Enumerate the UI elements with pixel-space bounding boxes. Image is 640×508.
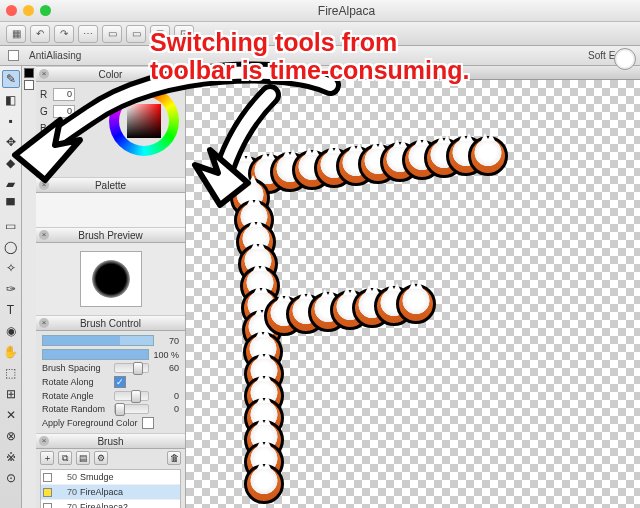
apply-fg-checkbox[interactable] (142, 417, 154, 429)
fill-tool[interactable]: ◆ (2, 154, 20, 172)
snap-tool[interactable]: ✕ (2, 406, 20, 424)
color-panel-title: Color (99, 69, 123, 80)
color-panel-header: × Color (36, 66, 185, 82)
brush-control-panel: 70 100 % Brush Spacing 60 Rotate Along R… (36, 331, 185, 433)
brush-panel: ＋ ⧉ ▤ ⚙ 🗑 50 Smudge 70 FireAlpaca (36, 449, 185, 508)
background-swatch[interactable] (24, 80, 34, 90)
brush-preview-box (80, 251, 142, 307)
dot-tool[interactable]: ▪ (2, 112, 20, 130)
rotate-along-checkbox[interactable] (114, 376, 126, 388)
brush-tool-3[interactable]: ▤ (76, 451, 90, 465)
eyedropper-tool[interactable]: ◉ (2, 322, 20, 340)
palette-panel-title: Palette (95, 180, 126, 191)
brush-row-size: 50 (55, 472, 77, 482)
close-icon[interactable]: × (39, 318, 49, 328)
toolbar-btn-4[interactable]: ⋯ (78, 25, 98, 43)
preview-panel-title: Brush Preview (78, 230, 142, 241)
brush-control-header: × Brush Control (36, 315, 185, 331)
brush-tool[interactable]: ✎ (2, 70, 20, 88)
b-input[interactable]: 0 (53, 122, 75, 135)
palette-panel-header: × Palette (36, 177, 185, 193)
toolbar-btn-5[interactable]: ▭ (102, 25, 122, 43)
app-title: FireAlpaca (59, 4, 634, 18)
new-file-button[interactable]: ▦ (6, 25, 26, 43)
close-icon[interactable]: × (39, 69, 49, 79)
brush-row[interactable]: 70 FireAlpaca2 (41, 500, 180, 508)
close-window-button[interactable] (6, 5, 17, 16)
text-tool[interactable]: T (2, 301, 20, 319)
brush-size-bar[interactable] (42, 335, 154, 346)
eraser-tool[interactable]: ◧ (2, 91, 20, 109)
rotate-angle-value: 0 (153, 391, 179, 401)
brush-row-size: 70 (55, 502, 77, 508)
minimize-window-button[interactable] (23, 5, 34, 16)
close-icon[interactable]: × (39, 180, 49, 190)
brush-panel-header: × Brush (36, 433, 185, 449)
antialias-label: AntiAliasing (29, 50, 81, 61)
brush-color-swatch (43, 473, 52, 482)
object-tool[interactable]: ⬚ (2, 364, 20, 382)
r-label: R (40, 89, 50, 100)
divide-tool[interactable]: ⊞ (2, 385, 20, 403)
lasso-tool[interactable]: ◯ (2, 238, 20, 256)
palette-panel[interactable] (36, 193, 185, 227)
apply-fg-label: Apply Foreground Color (42, 418, 138, 428)
pen-tool[interactable]: ✑ (2, 280, 20, 298)
brush-spacing-slider[interactable] (114, 363, 149, 373)
gradient-tool[interactable]: ▀ (2, 196, 20, 214)
snap2-tool[interactable]: ⊗ (2, 427, 20, 445)
rotate-angle-slider[interactable] (114, 391, 149, 401)
g-input[interactable]: 0 (53, 105, 75, 118)
brush-preview-dot (92, 260, 130, 298)
delete-brush-button[interactable]: 🗑 (167, 451, 181, 465)
foreground-swatch[interactable] (24, 68, 34, 78)
brush-panel-tools: ＋ ⧉ ▤ ⚙ 🗑 (36, 449, 185, 467)
close-icon[interactable]: × (39, 230, 49, 240)
brush-panel-title: Brush (97, 436, 123, 447)
rotate-random-slider[interactable] (114, 404, 149, 414)
toolbar-btn-7[interactable]: ⊞ (150, 25, 170, 43)
zoom-window-button[interactable] (40, 5, 51, 16)
brush-spacing-label: Brush Spacing (42, 363, 110, 373)
g-label: G (40, 106, 50, 117)
panels-column: × Color R0 G0 B0 × Palette × Brush Previ… (36, 66, 186, 508)
close-icon[interactable]: × (39, 436, 49, 446)
brush-row-size: 70 (55, 487, 77, 497)
color-square[interactable] (127, 104, 161, 138)
snap4-tool[interactable]: ⊙ (2, 469, 20, 487)
rotate-along-label: Rotate Along (42, 377, 110, 387)
antialias-checkbox[interactable] (8, 50, 19, 61)
canvas-area[interactable] (186, 66, 640, 508)
main-toolbar: ▦ ↶ ↷ ⋯ ▭ ▭ ⊞ ⊡ (0, 22, 640, 46)
redo-button[interactable]: ↷ (54, 25, 74, 43)
brush-spacing-value: 60 (153, 363, 179, 373)
r-input[interactable]: 0 (53, 88, 75, 101)
tool-options-bar: AntiAliasing Soft Edge (0, 46, 640, 66)
toolbar-btn-8[interactable]: ⊡ (174, 25, 194, 43)
brush-tool-4[interactable]: ⚙ (94, 451, 108, 465)
add-brush-button[interactable]: ＋ (40, 451, 54, 465)
b-label: B (40, 123, 50, 134)
swatch-column (22, 66, 36, 508)
toolbar-btn-6[interactable]: ▭ (126, 25, 146, 43)
brush-row[interactable]: 70 FireAlpaca (41, 485, 180, 500)
preview-panel-header: × Brush Preview (36, 227, 185, 243)
move-tool[interactable]: ✥ (2, 133, 20, 151)
dup-brush-button[interactable]: ⧉ (58, 451, 72, 465)
select-tool[interactable]: ▭ (2, 217, 20, 235)
snap3-tool[interactable]: ※ (2, 448, 20, 466)
rotate-random-label: Rotate Random (42, 404, 110, 414)
wand-tool[interactable]: ✧ (2, 259, 20, 277)
brush-row[interactable]: 50 Smudge (41, 470, 180, 485)
tools-sidebar: ✎ ◧ ▪ ✥ ◆ ▰ ▀ ▭ ◯ ✧ ✑ T ◉ ✋ ⬚ ⊞ ✕ ⊗ ※ ⊙ (0, 66, 22, 508)
brush-row-name: Smudge (80, 472, 114, 482)
undo-button[interactable]: ↶ (30, 25, 50, 43)
hand-tool[interactable]: ✋ (2, 343, 20, 361)
brush-list[interactable]: 50 Smudge 70 FireAlpaca 70 FireAlpaca2 1… (40, 469, 181, 508)
brush-control-title: Brush Control (80, 318, 141, 329)
brush-color-swatch (43, 503, 52, 509)
brush-opacity-bar[interactable] (42, 349, 149, 360)
rotate-angle-label: Rotate Angle (42, 391, 110, 401)
brush-size-value: 70 (158, 336, 179, 346)
bucket-tool[interactable]: ▰ (2, 175, 20, 193)
